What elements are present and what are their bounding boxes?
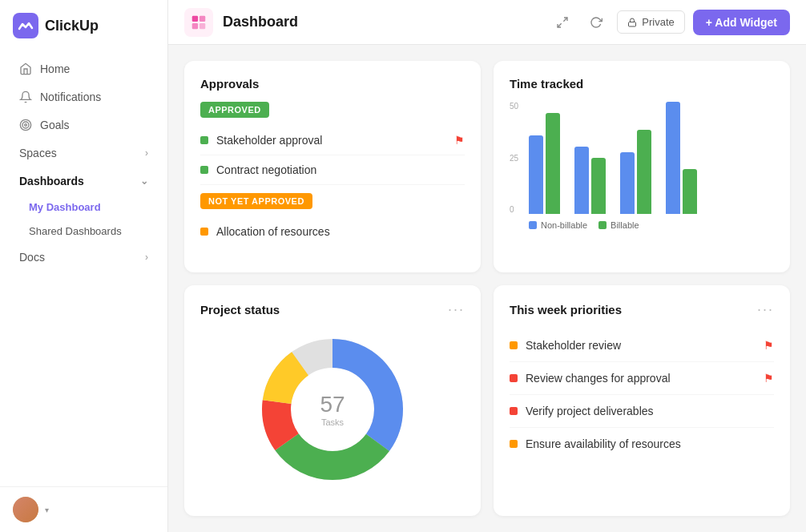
priority-item-3: Ensure availability of resources [510, 428, 774, 460]
approval-item-0: Stakeholder approval ⚑ [200, 126, 465, 155]
dashboard-grid: Approvals APPROVED Stakeholder approval … [168, 45, 806, 532]
sidebar-item-spaces[interactable]: Spaces › [6, 139, 161, 167]
approval-dot-0 [200, 136, 208, 144]
donut-label: Tasks [320, 417, 345, 427]
approval-item-1: Contract negotiation [200, 155, 465, 185]
sidebar-item-goals-label: Goals [40, 119, 70, 131]
my-dashboard-label: My Dashboard [29, 201, 101, 213]
time-tracked-title: Time tracked [510, 77, 774, 91]
refresh-button[interactable] [583, 10, 609, 35]
priority-text-0: Stakeholder review [526, 339, 756, 352]
spaces-label: Spaces [19, 147, 57, 159]
flag-icon-0: ⚑ [454, 134, 465, 147]
sidebar-item-home[interactable]: Home [6, 55, 161, 83]
avatar-chevron: ▾ [45, 506, 49, 514]
bar-green-3 [683, 169, 697, 214]
docs-chevron: › [145, 252, 148, 263]
bar-group-3 [666, 102, 697, 214]
add-widget-button[interactable]: + Add Widget [693, 10, 790, 35]
project-status-title: Project status [200, 303, 280, 316]
priority-dot-2 [510, 407, 518, 415]
bar-blue-2 [620, 152, 635, 214]
sidebar-item-notifications[interactable]: Notifications [6, 83, 161, 111]
bar-green-0 [546, 113, 560, 214]
bar-blue-1 [574, 147, 589, 214]
approvals-title: Approvals [200, 77, 465, 91]
page-title: Dashboard [223, 14, 540, 30]
home-icon [19, 62, 32, 75]
priority-item-1: Review changes for approval ⚑ [510, 362, 774, 395]
svg-rect-10 [629, 22, 636, 26]
topbar-actions: Private + Add Widget [550, 10, 790, 35]
bar-blue-0 [529, 135, 543, 214]
approvals-card: Approvals APPROVED Stakeholder approval … [184, 61, 481, 272]
sidebar-item-goals[interactable]: Goals [6, 111, 161, 139]
sidebar-item-shared-dashboards[interactable]: Shared Dashboards [6, 220, 161, 243]
lock-icon [627, 18, 637, 27]
chart-bars [529, 102, 774, 214]
svg-point-3 [25, 124, 27, 127]
sidebar-item-my-dashboard[interactable]: My Dashboard [6, 195, 161, 219]
dashboards-chevron: ⌄ [140, 175, 148, 187]
sidebar-item-dashboards[interactable]: Dashboards ⌄ [6, 167, 161, 195]
donut-wrap: 57 Tasks [200, 329, 465, 490]
donut-container: 57 Tasks [252, 329, 413, 490]
donut-number: 57 [320, 392, 345, 417]
dashboard-icon [190, 14, 208, 31]
user-avatar-area[interactable]: ▾ [0, 486, 167, 532]
priorities-menu[interactable]: ··· [757, 301, 774, 318]
bar-green-2 [637, 130, 651, 214]
svg-rect-7 [199, 22, 205, 28]
project-status-menu[interactable]: ··· [448, 301, 465, 318]
refresh-icon [590, 16, 602, 29]
priority-item-0: Stakeholder review ⚑ [510, 329, 774, 362]
legend-non-billable: Non-billable [529, 220, 587, 230]
app-name: ClickUp [45, 18, 99, 34]
bar-group-2 [620, 130, 651, 214]
priority-dot-3 [510, 440, 518, 448]
expand-button[interactable] [550, 10, 575, 35]
sidebar-item-docs[interactable]: Docs › [6, 244, 161, 271]
sidebar-item-home-label: Home [40, 62, 70, 75]
topbar: Dashboard Private + Add Widget [168, 0, 806, 45]
private-button[interactable]: Private [617, 10, 684, 34]
svg-rect-5 [199, 15, 205, 21]
goal-icon [19, 119, 32, 131]
chart-y-labels: 50 25 0 [510, 102, 518, 214]
avatar [13, 497, 38, 522]
dashboards-label: Dashboards [19, 175, 84, 187]
legend-label-green: Billable [611, 220, 639, 230]
priorities-title: This week priorities [510, 303, 622, 316]
priority-text-2: Verify project deliverables [526, 405, 774, 417]
bar-group-1 [574, 147, 606, 214]
priorities-card: This week priorities ··· Stakeholder rev… [494, 285, 790, 516]
y-label-top: 50 [510, 102, 518, 111]
dashboard-icon-wrap [184, 8, 213, 37]
sidebar-navigation: Home Notifications Goals Spaces › Dashbo… [0, 48, 167, 486]
priority-text-1: Review changes for approval [526, 372, 756, 385]
project-status-header: Project status ··· [200, 301, 465, 318]
svg-line-8 [564, 18, 568, 22]
avatar-image [13, 497, 38, 522]
approval-text-0: Stakeholder approval [216, 134, 446, 147]
approval-dot-2 [200, 228, 208, 236]
chart-container: 50 25 0 [510, 102, 774, 230]
donut-center: 57 Tasks [320, 392, 345, 427]
main-content: Dashboard Private + Add Widget Approvals… [168, 0, 806, 532]
svg-rect-4 [192, 15, 198, 21]
legend-label-blue: Non-billable [541, 220, 587, 230]
bell-icon [19, 91, 32, 103]
priorities-header: This week priorities ··· [510, 301, 774, 318]
priority-text-3: Ensure availability of resources [526, 437, 774, 450]
project-status-card: Project status ··· [184, 285, 481, 516]
approval-text-1: Contract negotiation [216, 163, 465, 176]
priority-dot-0 [510, 341, 518, 349]
legend-dot-green [598, 221, 607, 229]
priority-flag-0: ⚑ [764, 339, 774, 352]
approval-text-2: Allocation of resources [216, 225, 465, 238]
priority-dot-1 [510, 374, 518, 382]
time-tracked-card: Time tracked 50 25 0 [494, 61, 790, 272]
priority-item-2: Verify project deliverables [510, 395, 774, 428]
bar-blue-3 [666, 102, 680, 214]
bar-group-0 [529, 113, 560, 214]
